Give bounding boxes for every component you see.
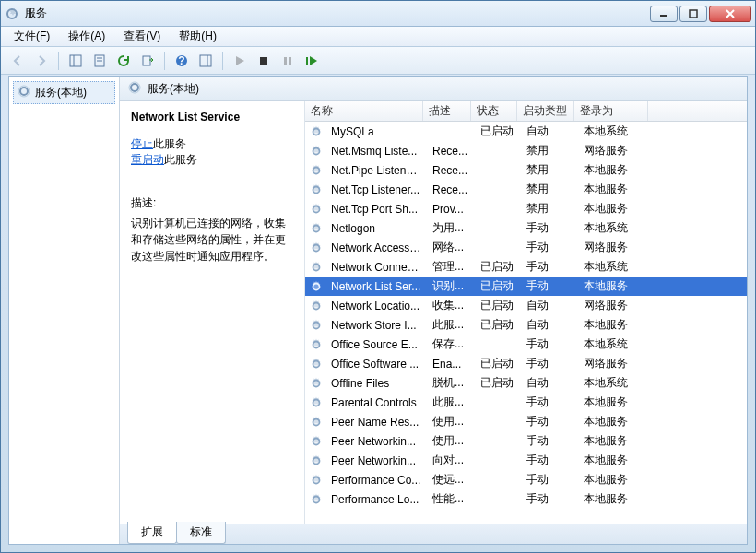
table-row[interactable]: Network Locatio...收集...已启动自动网络服务 <box>305 296 747 315</box>
gear-icon <box>309 241 325 255</box>
toolbar-separator <box>164 52 165 70</box>
stop-service-button[interactable] <box>253 50 275 72</box>
table-row[interactable]: Peer Networkin...使用...手动本地服务 <box>305 431 747 451</box>
table-row[interactable]: MySQLa已启动自动本地系统 <box>305 122 747 141</box>
table-row[interactable]: Network List Ser...识别...已启动手动本地服务 <box>305 276 747 296</box>
cell-login: 本地系统 <box>578 124 652 139</box>
col-desc[interactable]: 描述 <box>423 101 471 121</box>
table-row[interactable]: Peer Name Res...使用...手动本地服务 <box>305 412 747 431</box>
tree-root-item[interactable]: 服务(本地) <box>13 81 115 104</box>
menu-view[interactable]: 查看(V) <box>116 27 168 46</box>
cell-login: 网络服务 <box>578 143 652 159</box>
stop-service-link[interactable]: 停止 <box>131 137 153 150</box>
cell-start: 手动 <box>521 453 578 468</box>
cell-name: Network Store I... <box>325 319 427 332</box>
gear-icon <box>309 202 325 217</box>
cell-desc: 脱机... <box>427 375 475 391</box>
column-headers: 名称 描述 状态 启动类型 登录为 <box>305 101 747 122</box>
cell-login: 本地系统 <box>578 259 652 275</box>
table-row[interactable]: Network Store I...此服...已启动自动本地服务 <box>305 315 747 335</box>
properties-button[interactable] <box>89 50 111 72</box>
tab-standard[interactable]: 标准 <box>176 522 226 544</box>
window-title: 服务 <box>25 6 650 21</box>
back-button[interactable] <box>6 50 29 72</box>
table-row[interactable]: Peer Networkin...向对...手动本地服务 <box>305 451 747 470</box>
table-row[interactable]: Network Access ...网络...手动网络服务 <box>305 238 747 257</box>
cell-desc: Rece... <box>427 164 475 177</box>
col-name[interactable]: 名称 <box>305 101 423 121</box>
cell-start: 禁用 <box>521 182 578 197</box>
table-row[interactable]: Performance Lo...性能...手动本地服务 <box>305 489 747 509</box>
gear-icon <box>309 357 325 371</box>
cell-name: Office Software ... <box>325 358 427 371</box>
table-row[interactable]: Net.Tcp Listener...Rece...禁用本地服务 <box>305 180 747 199</box>
table-row[interactable]: Net.Tcp Port Sh...Prov...禁用本地服务 <box>305 199 747 218</box>
selected-service-name: Network List Service <box>131 111 293 124</box>
cell-desc: 使用... <box>427 414 475 429</box>
cell-name: Peer Name Res... <box>325 416 427 429</box>
refresh-button[interactable] <box>112 50 135 72</box>
cell-login: 本地服务 <box>578 162 652 178</box>
cell-name: Netlogon <box>325 222 427 235</box>
table-row[interactable]: Office Source E...保存...手动本地系统 <box>305 335 747 354</box>
cell-status: 已启动 <box>475 317 521 333</box>
maximize-button[interactable] <box>679 6 707 22</box>
col-status[interactable]: 状态 <box>471 101 517 121</box>
description-label: 描述: <box>131 195 293 211</box>
cell-start: 禁用 <box>521 143 578 159</box>
cell-login: 本地服务 <box>578 433 652 449</box>
table-row[interactable]: Network Connec...管理...已启动手动本地系统 <box>305 257 747 276</box>
menu-action[interactable]: 操作(A) <box>61 27 112 46</box>
minimize-button[interactable] <box>650 6 678 22</box>
table-row[interactable]: Offline Files脱机...已启动自动本地系统 <box>305 373 747 393</box>
table-row[interactable]: Office Software ...Ena...已启动手动网络服务 <box>305 354 747 373</box>
svg-rect-5 <box>70 55 81 66</box>
export-list-button[interactable] <box>136 50 159 72</box>
toolbar: ? <box>1 47 755 75</box>
tab-extended[interactable]: 扩展 <box>127 522 177 544</box>
table-row[interactable]: Performance Co...使远...手动本地服务 <box>305 470 747 489</box>
cell-login: 本地系统 <box>578 336 652 352</box>
svg-rect-10 <box>143 56 150 65</box>
pause-service-button[interactable] <box>277 50 299 72</box>
table-row[interactable]: Parental Controls此服...手动本地服务 <box>305 393 747 412</box>
gear-icon <box>309 473 325 488</box>
col-start[interactable]: 启动类型 <box>517 101 574 121</box>
restart-service-link[interactable]: 重启动 <box>131 153 164 166</box>
gear-icon <box>309 318 325 333</box>
show-hide-action-button[interactable] <box>195 50 217 72</box>
table-row[interactable]: Netlogon为用...手动本地系统 <box>305 218 747 238</box>
restart-service-button[interactable] <box>301 50 323 72</box>
cell-start: 手动 <box>521 356 578 371</box>
svg-rect-17 <box>289 57 291 65</box>
gear-icon <box>309 279 325 294</box>
close-button[interactable] <box>709 6 751 22</box>
start-service-button[interactable] <box>229 50 251 72</box>
cell-desc: 此服... <box>427 394 475 410</box>
table-row[interactable]: Net.Pipe Listene...Rece...禁用本地服务 <box>305 160 747 180</box>
help-button[interactable]: ? <box>171 50 193 72</box>
forward-button[interactable] <box>30 50 53 72</box>
gear-icon <box>309 492 325 507</box>
titlebar[interactable]: 服务 <box>1 1 755 27</box>
cell-name: Performance Lo... <box>325 493 427 506</box>
bottom-tabs: 扩展 标准 <box>120 524 747 544</box>
cell-name: Network Connec... <box>325 261 427 274</box>
cell-start: 手动 <box>521 433 578 449</box>
gear-icon <box>309 221 325 236</box>
cell-start: 手动 <box>521 414 578 429</box>
menu-file[interactable]: 文件(F) <box>6 27 57 46</box>
svg-rect-2 <box>690 10 697 18</box>
cell-desc: Rece... <box>427 145 475 158</box>
menu-help[interactable]: 帮助(H) <box>171 27 224 46</box>
show-hide-tree-button[interactable] <box>65 50 87 72</box>
cell-login: 本地服务 <box>578 317 652 333</box>
cell-login: 本地服务 <box>578 472 652 488</box>
restart-service-line: 重启动此服务 <box>131 152 293 168</box>
service-rows[interactable]: MySQLa已启动自动本地系统Net.Msmq Liste...Rece...禁… <box>305 122 747 524</box>
col-login[interactable]: 登录为 <box>574 101 648 121</box>
table-row[interactable]: Net.Msmq Liste...Rece...禁用网络服务 <box>305 141 747 160</box>
cell-login: 网络服务 <box>578 298 652 313</box>
svg-rect-15 <box>260 57 267 65</box>
cell-desc: 网络... <box>427 240 475 255</box>
